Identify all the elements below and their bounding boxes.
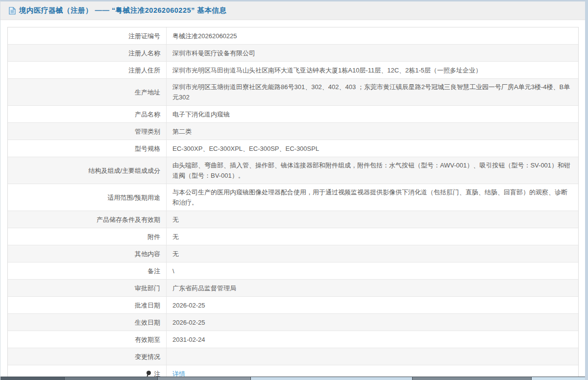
row-value: 2026-02-25 [167, 314, 578, 331]
table-row: 型号规格EC-300XP、EC-300XPL、EC-300SP、EC-300SP… [8, 140, 578, 157]
row-value: 深圳市科曼医疗设备有限公司 [167, 45, 578, 61]
row-label: 其他内容 [8, 245, 167, 262]
row-label: 产品储存条件及有效期 [8, 211, 167, 228]
edge-segment [250, 377, 412, 380]
table-row: 批准日期2026-02-25 [8, 297, 578, 314]
table-row: 备注\ [8, 262, 578, 280]
table-row: 注册人住所深圳市光明区马田街道马山头社区南环大道飞亚达钟表大厦1栋A10层-11… [8, 62, 578, 79]
table-row: 生产地址深圳市光明区玉塘街道田寮社区先能路86号301、302、402、403 … [8, 79, 578, 106]
row-value: \ [167, 262, 578, 279]
row-label: 备注 [8, 262, 167, 279]
row-label: 结构及组成/主要组成成分 [8, 157, 167, 184]
row-label: 变更情况 [8, 348, 167, 365]
row-label: 批准日期 [8, 297, 167, 313]
row-value: 深圳市光明区玉塘街道田寮社区先能路86号301、302、402、403 ；东莞市… [167, 79, 578, 105]
table-row: 审批部门广东省药品监督管理局 [8, 280, 578, 297]
next-section-edge [0, 377, 585, 380]
row-label: 附件 [8, 228, 167, 245]
table-row: 产品储存条件及有效期无 [8, 211, 578, 228]
table-row: 注册证编号粤械注准20262060225 [8, 27, 578, 45]
table-row: 有效期至2031-02-24 [8, 331, 578, 348]
page-header: 境内医疗器械（注册） —— “粤械注准20262060225” 基本信息 [0, 1, 585, 20]
page: 境内医疗器械（注册） —— “粤械注准20262060225” 基本信息 注册证… [0, 0, 588, 380]
info-table: 注册证编号粤械注准20262060225注册人名称深圳市科曼医疗设备有限公司注册… [7, 27, 579, 380]
row-label: 适用范围/预期用途 [8, 184, 167, 211]
edge-segment [0, 377, 64, 380]
row-value: 2026-02-25 [167, 297, 578, 313]
table-row: 注册人名称深圳市科曼医疗设备有限公司 [8, 45, 578, 62]
table-row: 管理类别第二类 [8, 123, 578, 140]
row-label: 注册证编号 [8, 27, 167, 44]
row-label: 注册人住所 [8, 62, 167, 78]
table-row: 适用范围/预期用途与本公司生产的医用内窥镜图像处理器配合使用，用于通过视频监视器… [8, 184, 578, 211]
row-value: 2031-02-24 [167, 331, 578, 348]
row-value: 第二类 [167, 123, 578, 140]
row-value: 广东省药品监督管理局 [167, 280, 578, 296]
row-label: 产品名称 [8, 106, 167, 122]
row-value: 电子下消化道内窥镜 [167, 106, 578, 122]
table-row: 附件无 [8, 228, 578, 245]
table-row: 变更情况 [8, 348, 578, 365]
bulb-note-icon [147, 371, 151, 377]
table-row: 产品名称电子下消化道内窥镜 [8, 106, 578, 123]
table-row: 生效日期2026-02-25 [8, 314, 578, 331]
edge-segment [64, 377, 157, 380]
row-label: 审批部门 [8, 280, 167, 296]
row-label: 管理类别 [8, 123, 167, 140]
row-label: 生产地址 [8, 79, 167, 105]
document-icon [9, 7, 16, 15]
row-value: 粤械注准20262060225 [167, 27, 578, 44]
row-value: 深圳市光明区马田街道马山头社区南环大道飞亚达钟表大厦1栋A10层-11层、12C… [167, 62, 578, 78]
page-title: 境内医疗器械（注册） —— “粤械注准20262060225” 基本信息 [19, 6, 226, 15]
edge-segment [157, 377, 250, 380]
row-label: 有效期至 [8, 331, 167, 348]
row-value: EC-300XP、EC-300XPL、EC-300SP、EC-300SPL [167, 140, 578, 157]
row-label: 生效日期 [8, 314, 167, 331]
table-row: 其他内容无 [8, 245, 578, 262]
row-value [167, 348, 578, 365]
edge-segment [531, 377, 585, 380]
row-value: 无 [167, 228, 578, 245]
row-value: 由头端部、弯曲部、插入管、操作部、镜体连接器部和附件组成，附件包括：水气按钮（型… [167, 157, 578, 184]
row-value: 无 [167, 211, 578, 228]
row-value: 无 [167, 245, 578, 262]
edge-segment [412, 377, 531, 380]
row-label: 注册人名称 [8, 45, 167, 61]
table-row: 结构及组成/主要组成成分由头端部、弯曲部、插入管、操作部、镜体连接器部和附件组成… [8, 157, 578, 184]
row-value: 与本公司生产的医用内窥镜图像处理器配合使用，用于通过视频监视器提供影像供下消化道… [167, 184, 578, 211]
row-label: 型号规格 [8, 140, 167, 157]
